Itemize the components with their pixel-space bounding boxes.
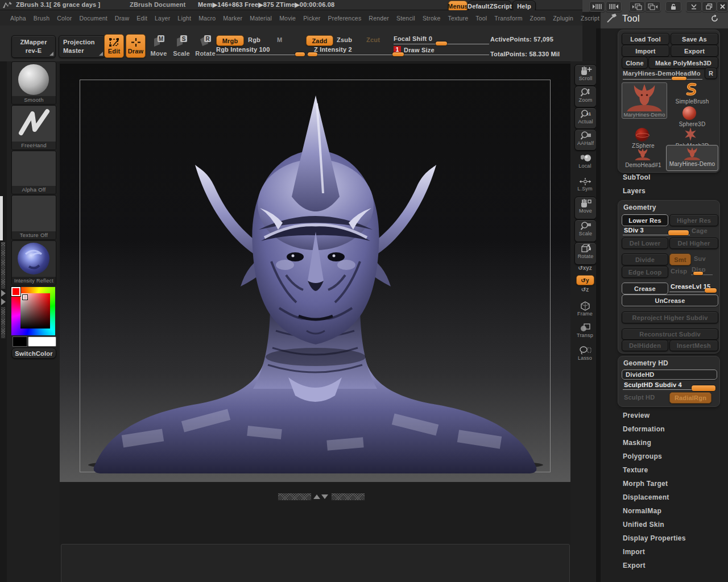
del-higher-button[interactable]: Del Higher — [669, 238, 718, 249]
slider-handle[interactable] — [295, 52, 305, 56]
divider-grip[interactable] — [1, 307, 5, 338]
del-lower-button[interactable]: Del Lower — [622, 238, 668, 249]
collapse-left-button[interactable] — [589, 1, 605, 12]
divider-grip[interactable] — [332, 493, 365, 500]
selected-tool-thumbnail[interactable]: MaryHines-Demo — [666, 145, 718, 171]
higher-res-button[interactable]: Higher Res — [669, 214, 718, 226]
slider-handle[interactable] — [693, 272, 703, 275]
menu-item[interactable]: Macro — [198, 15, 216, 22]
actual-size-button[interactable]: x1 Actual — [574, 107, 597, 129]
tool-section-header[interactable]: Morph Target — [623, 476, 725, 490]
radial-rgn-button[interactable]: RadialRgn — [669, 392, 712, 404]
menu-item[interactable]: Marker — [223, 15, 242, 22]
menu-item[interactable]: Movie — [279, 15, 296, 22]
export-button[interactable]: Export — [671, 45, 718, 57]
tool-section-header[interactable]: Masking — [623, 435, 725, 449]
close-button[interactable] — [717, 1, 728, 12]
lsym-button[interactable]: L.Sym — [574, 175, 595, 196]
del-hidden-button[interactable]: DelHidden — [622, 340, 668, 351]
menu-item[interactable]: Layer — [155, 15, 170, 22]
menu-item[interactable]: Preferences — [328, 15, 362, 22]
menu-item[interactable]: Material — [250, 15, 272, 22]
menu-item[interactable]: Document — [79, 15, 107, 22]
sphere3d-icon[interactable] — [682, 106, 696, 120]
move-mode-button[interactable]: M Move — [148, 34, 169, 57]
lock-button[interactable] — [665, 1, 681, 12]
scroll-button[interactable]: Scroll — [574, 64, 597, 86]
insert-mesh-button[interactable]: InsertMesh — [669, 340, 718, 351]
tool-section-header[interactable]: Deformation — [623, 422, 725, 435]
frame-button[interactable]: Frame — [574, 300, 595, 319]
rgb-button[interactable]: Rgb — [248, 36, 260, 43]
zcut-button[interactable]: Zcut — [366, 36, 380, 43]
menu-item[interactable]: Zplugin — [553, 15, 573, 22]
color-picker[interactable] — [11, 287, 55, 335]
zmapper-button[interactable]: ZMapper rev-E — [11, 35, 56, 58]
minimize-button[interactable] — [686, 1, 702, 12]
menu-item[interactable]: Transform — [494, 15, 522, 22]
tool-section-header[interactable]: NormalMap — [623, 504, 725, 517]
draw-mode-button[interactable]: Draw — [126, 34, 146, 58]
uncrease-button[interactable]: UnCrease — [622, 294, 718, 306]
zoom-button[interactable]: Zoom — [574, 86, 597, 107]
divide-hd-button[interactable]: DivideHD — [622, 369, 717, 380]
slider-handle[interactable] — [392, 52, 404, 56]
menu-item[interactable]: Zscript — [581, 15, 599, 22]
menu-item[interactable]: Picker — [303, 15, 320, 22]
zsphere-icon[interactable] — [635, 128, 649, 142]
zadd-button[interactable]: Zadd — [306, 35, 333, 46]
menu-item[interactable]: Light — [177, 15, 191, 22]
menu-item[interactable]: Tool — [475, 15, 487, 22]
crisp-toggle[interactable]: Crisp — [671, 268, 687, 275]
slider-handle[interactable] — [692, 385, 715, 391]
slider-handle[interactable] — [436, 41, 447, 45]
tray-arrow-icon[interactable] — [1, 298, 6, 305]
geometry-section-header[interactable]: Geometry — [623, 203, 656, 211]
menu-item[interactable]: Texture — [448, 15, 468, 22]
clone-button[interactable]: Clone — [622, 57, 648, 69]
tray-resize-arrows[interactable] — [313, 494, 328, 499]
rotate-mode-button[interactable]: R Rotate — [195, 34, 216, 57]
tool-section-header[interactable]: Preview — [623, 408, 725, 422]
reconstruct-button[interactable]: Reconstruct Subdiv — [622, 329, 718, 340]
menu-item[interactable]: Edit — [136, 15, 147, 22]
tool-section-header[interactable]: Texture — [623, 463, 725, 476]
divider-grip[interactable] — [1, 242, 5, 289]
m-button[interactable]: M — [277, 36, 282, 43]
slider-handle[interactable] — [705, 288, 717, 293]
switch-color-button[interactable]: SwitchColor — [11, 348, 56, 359]
sculpt-model[interactable] — [60, 64, 570, 482]
lasso-button[interactable]: Lasso — [574, 344, 595, 365]
slider-handle[interactable] — [308, 52, 317, 56]
slider-handle[interactable] — [668, 230, 689, 235]
save-as-button[interactable]: Save As — [671, 33, 718, 45]
rotate-y-button[interactable]: ↺y — [574, 275, 595, 285]
smt-toggle[interactable]: Smt — [669, 253, 691, 265]
restore-window-button[interactable] — [702, 1, 717, 12]
texture-selector[interactable]: Texture Off — [11, 195, 56, 240]
simple-brush-icon[interactable] — [682, 81, 699, 97]
transp-button[interactable]: Transp — [574, 322, 595, 342]
left-tray-divider[interactable] — [0, 61, 7, 582]
scale-view-button[interactable]: Scale — [574, 219, 597, 242]
tool-section-header[interactable]: Import — [623, 544, 725, 558]
menu-item[interactable]: Brush — [34, 15, 49, 22]
edge-loop-button[interactable]: Edge Loop — [622, 266, 668, 278]
brush-selector[interactable]: Smooth — [11, 61, 56, 105]
menu-item[interactable]: Stroke — [423, 15, 441, 22]
tool-section-header[interactable]: Polygroups — [623, 449, 725, 463]
tool-section-header[interactable]: Display Properties — [623, 531, 725, 544]
reproject-button[interactable]: Reproject Higher Subdiv — [622, 311, 718, 323]
active-tool-thumbnail[interactable]: MaryHines-Demo — [622, 82, 667, 119]
secondary-color-swatch[interactable] — [28, 336, 56, 347]
material-selector[interactable]: Intensity Reflect — [11, 240, 56, 285]
divider-grip[interactable] — [278, 493, 311, 500]
load-tool-button[interactable]: Load Tool — [622, 33, 669, 45]
arrow-down-icon[interactable] — [321, 494, 328, 499]
cage-button[interactable]: Cage — [692, 227, 708, 234]
demohead1-icon[interactable] — [633, 147, 652, 161]
subtool-section-header[interactable]: SubTool — [623, 173, 651, 181]
send-window-left-button[interactable] — [629, 1, 645, 12]
document-canvas[interactable] — [60, 64, 570, 482]
geometry-hd-section-header[interactable]: Geometry HD — [623, 359, 668, 367]
